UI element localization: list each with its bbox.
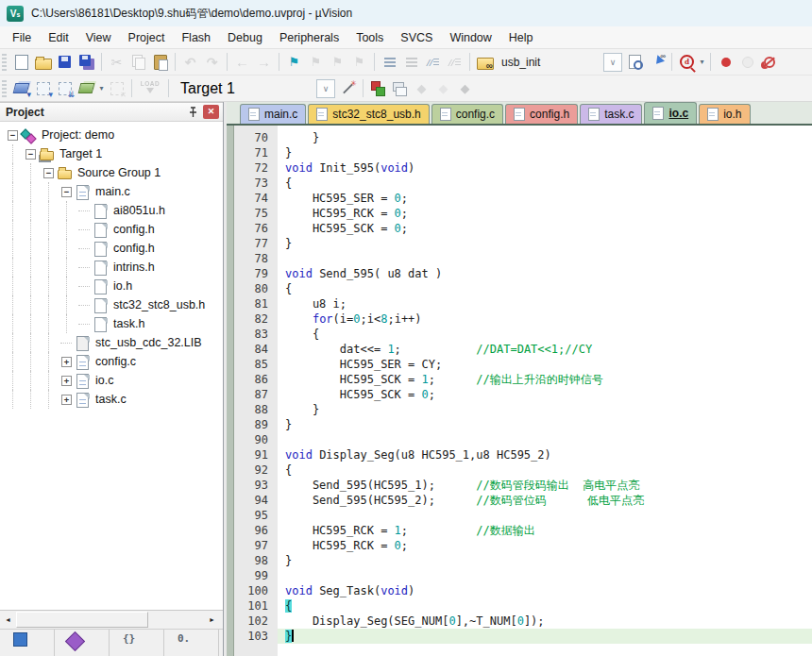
comment-lines-icon[interactable] xyxy=(422,52,444,73)
tree-item-task-c[interactable]: +task.c xyxy=(0,390,223,409)
code-line-102[interactable]: 102 Display_Seg(SEG_NUM[0],~T_NUM[0]); xyxy=(234,614,812,629)
bookmark-clear-icon[interactable] xyxy=(348,52,370,73)
code-line-87[interactable]: 87 HC595_SCK = 0; xyxy=(234,387,812,402)
translate-icon[interactable] xyxy=(10,78,32,99)
menu-project[interactable]: Project xyxy=(120,28,174,47)
code-line-92[interactable]: 92{ xyxy=(234,463,812,478)
code-line-77[interactable]: 77} xyxy=(234,236,812,251)
find-dialog-icon[interactable] xyxy=(676,52,698,73)
search-dropdown-icon[interactable]: ∨ xyxy=(603,53,622,72)
code-line-97[interactable]: 97 HC595_RCK = 0; xyxy=(234,538,812,553)
manage-cubes-icon[interactable] xyxy=(367,78,389,99)
tree-item-intrins-h[interactable]: intrins.h xyxy=(0,258,223,277)
load-icon[interactable]: LOAD xyxy=(136,78,164,99)
nav-forward-icon[interactable] xyxy=(253,52,275,73)
expand-box-icon[interactable]: + xyxy=(61,357,72,367)
menu-tools[interactable]: Tools xyxy=(347,28,392,47)
undo-icon[interactable] xyxy=(179,52,201,73)
code-line-83[interactable]: 83 { xyxy=(234,327,812,342)
toolbar-grip[interactable] xyxy=(2,54,7,71)
code-line-71[interactable]: 71} xyxy=(234,145,812,160)
scroll-right-icon[interactable]: ► xyxy=(204,612,220,628)
code-line-72[interactable]: 72void Init_595(void) xyxy=(234,160,812,176)
code-line-86[interactable]: 86 HC595_SCK = 1; //输出上升沿的时钟信号 xyxy=(234,372,812,387)
open-folder-icon[interactable] xyxy=(32,52,54,73)
paste-icon[interactable] xyxy=(149,52,171,73)
editor-tab-stc32_stc8_usb-h[interactable]: stc32_stc8_usb.h xyxy=(308,104,429,124)
code-line-74[interactable]: 74 HC595_SER = 0; xyxy=(234,191,812,206)
code-line-91[interactable]: 91void Display_Seg(u8 HC595_1,u8 HC595_2… xyxy=(234,447,812,463)
tree-item-source-group-1[interactable]: −Source Group 1 xyxy=(0,163,223,182)
code-line-90[interactable]: 90 xyxy=(234,432,812,447)
bookmark-icon[interactable] xyxy=(283,52,305,73)
code-line-96[interactable]: 96 HC595_RCK = 1; //数据输出 xyxy=(234,523,812,538)
menu-peripherals[interactable]: Peripherals xyxy=(271,28,347,47)
code-line-85[interactable]: 85 HC595_SER = CY; xyxy=(234,357,812,372)
save-icon[interactable] xyxy=(54,52,76,73)
dia-grey-icon[interactable] xyxy=(411,78,432,99)
menu-flash[interactable]: Flash xyxy=(173,28,219,47)
tree-item-config-h[interactable]: config.h xyxy=(0,220,223,239)
editor-tab-config-h[interactable]: config.h xyxy=(505,104,578,124)
bottom-tab-templates[interactable]: 0. xyxy=(164,630,219,656)
cut-icon[interactable] xyxy=(106,52,127,73)
bottom-tab-project[interactable] xyxy=(0,630,55,656)
code-line-93[interactable]: 93 Send_595(HC595_1); //数码管段码输出 高电平点亮 xyxy=(234,478,812,493)
tree-item-stc32-stc8-usb-h[interactable]: stc32_stc8_usb.h xyxy=(0,295,223,314)
code-line-73[interactable]: 73{ xyxy=(234,176,812,191)
code-line-99[interactable]: 99 xyxy=(234,568,812,583)
tree-item-stc-usb-cdc-32-lib[interactable]: stc_usb_cdc_32.LIB xyxy=(0,333,223,352)
tree-item-main-c[interactable]: −main.c xyxy=(0,182,223,201)
menu-debug[interactable]: Debug xyxy=(219,28,271,47)
editor-tab-io-h[interactable]: io.h xyxy=(699,104,750,124)
editor-tab-main-c[interactable]: main.c xyxy=(240,104,306,124)
tree-item-task-h[interactable]: task.h xyxy=(0,314,223,333)
menu-window[interactable]: Window xyxy=(441,28,499,47)
code-line-75[interactable]: 75 HC595_RCK = 0; xyxy=(234,206,812,221)
target-select[interactable]: Target 1 xyxy=(173,79,314,98)
batch-build-dropdown-icon[interactable]: ▾ xyxy=(97,84,106,93)
code-line-103[interactable]: 103} xyxy=(234,629,812,644)
pin-icon[interactable] xyxy=(185,105,200,119)
target-dropdown-icon[interactable]: ∨ xyxy=(316,79,335,98)
bottom-tab-functions[interactable]: {} xyxy=(110,630,164,656)
collapse-box-icon[interactable]: − xyxy=(25,149,36,160)
tree-item-config-h[interactable]: config.h xyxy=(0,239,223,258)
code-area[interactable]: 70 }71}72void Init_595(void)73{74 HC595_… xyxy=(227,126,812,656)
tree-item-target-1[interactable]: −Target 1 xyxy=(0,144,223,163)
collapse-box-icon[interactable]: − xyxy=(8,130,18,141)
collapse-box-icon[interactable]: − xyxy=(61,187,72,197)
batch-build-icon[interactable] xyxy=(76,78,97,99)
close-icon[interactable]: ✕ xyxy=(203,105,219,119)
menu-file[interactable]: File xyxy=(4,28,40,47)
find-in-files-icon[interactable] xyxy=(474,52,496,73)
dia-dark-icon[interactable] xyxy=(454,78,476,99)
code-line-101[interactable]: 101{ xyxy=(234,598,812,614)
doc-search-icon[interactable] xyxy=(624,52,646,73)
save-all-icon[interactable] xyxy=(76,52,97,73)
expand-box-icon[interactable]: + xyxy=(61,395,72,405)
copy-icon[interactable] xyxy=(127,52,149,73)
code-line-100[interactable]: 100void Seg_Task(void) xyxy=(234,583,812,598)
bp-kill-icon[interactable] xyxy=(758,52,780,73)
new-file-icon[interactable] xyxy=(10,52,32,73)
bookmark-next-icon[interactable] xyxy=(305,52,327,73)
build-icon[interactable] xyxy=(32,78,54,99)
code-line-80[interactable]: 80{ xyxy=(234,281,812,296)
code-line-89[interactable]: 89} xyxy=(234,417,812,432)
rebuild-icon[interactable] xyxy=(54,78,76,99)
tree-item-project-demo[interactable]: −Project: demo xyxy=(0,126,223,144)
menu-edit[interactable]: Edit xyxy=(40,28,77,47)
nav-back-icon[interactable] xyxy=(231,52,253,73)
uncomment-lines-icon[interactable] xyxy=(444,52,465,73)
bp-enable-icon[interactable] xyxy=(736,52,758,73)
tree-item-config-c[interactable]: +config.c xyxy=(0,352,223,371)
code-line-82[interactable]: 82 for(i=0;i<8;i++) xyxy=(234,311,812,327)
toolbar-grip[interactable] xyxy=(2,80,7,97)
search-combobox[interactable] xyxy=(496,53,601,72)
editor-tab-io-c[interactable]: io.c xyxy=(644,102,697,124)
expand-box-icon[interactable]: + xyxy=(61,376,72,386)
menu-view[interactable]: View xyxy=(77,28,120,47)
dia-light-icon[interactable] xyxy=(432,78,454,99)
code-line-70[interactable]: 70 } xyxy=(234,130,812,145)
